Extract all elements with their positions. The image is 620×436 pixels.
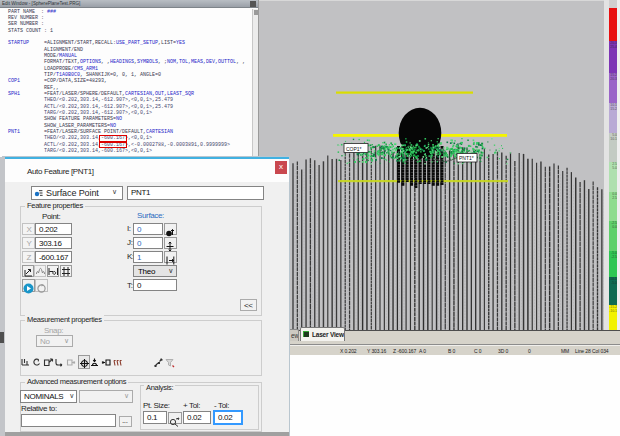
svg-text:COP1*: COP1* [346, 146, 362, 152]
svg-text:PNT1*: PNT1* [459, 155, 474, 161]
